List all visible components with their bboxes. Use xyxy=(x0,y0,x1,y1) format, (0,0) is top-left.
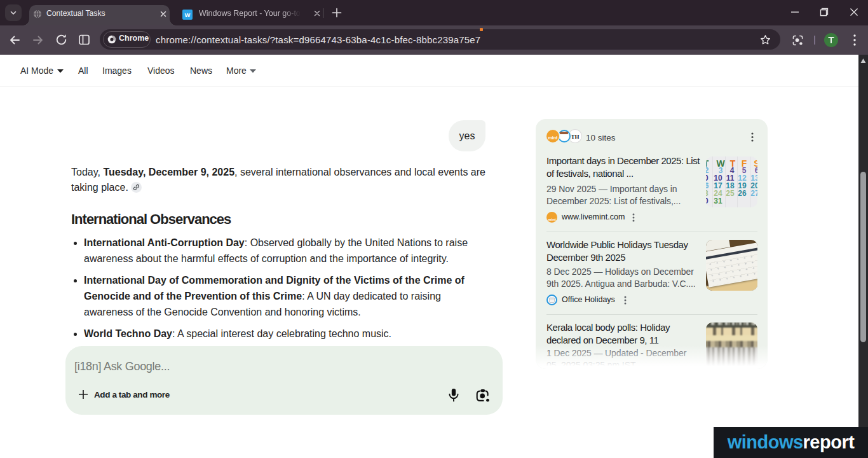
svg-text:w: w xyxy=(184,11,191,18)
